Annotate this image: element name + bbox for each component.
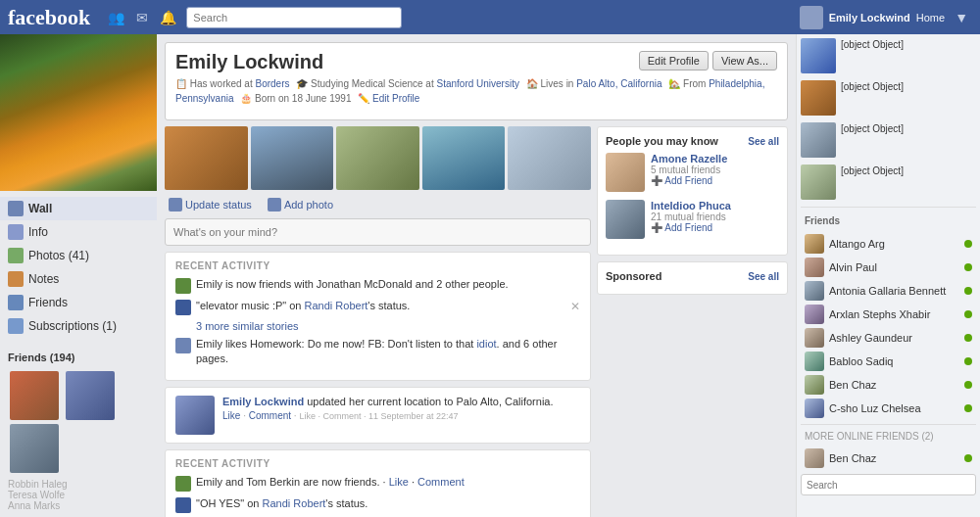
activity2-item-2: "OH YES" on Randi Robert's status. [175,496,580,513]
pymk-column: People you may know See all Amone Razell… [597,126,788,517]
activity-box-1: RECENT ACTIVITY Emily is now friends wit… [165,252,591,381]
pymk-person-2: Inteldioo Phuca 21 mutual friends ➕ Add … [606,200,779,239]
friends-section: Friends (194) Robbin Haleg Teresa Wolfe … [0,344,157,517]
online-section-title: Friends [801,213,976,228]
pymk-add-1[interactable]: ➕ Add Friend [651,175,779,186]
home-link[interactable]: Home [916,12,945,24]
pymk-avatar-2 [606,200,645,239]
school-link[interactable]: Stanford University [436,78,518,89]
activity-item-3: Emily likes Homework: Do me now! FB: Don… [175,337,580,367]
view-as-button[interactable]: View As... [712,51,777,70]
photo-4[interactable] [422,126,506,190]
nav-icon-messages[interactable]: ✉ [132,8,152,27]
location-link[interactable]: Palo Alto, California [576,78,662,89]
photo-2[interactable] [251,126,334,190]
user-name[interactable]: Emily Lockwind [829,12,910,24]
online-item-8[interactable]: C-sho Luz Chelsea [801,397,976,420]
pymk-add-2[interactable]: ➕ Add Friend [651,222,779,233]
profile-header: Emily Lockwind Edit Profile View As... 📋… [165,42,788,120]
more-stories-link[interactable]: 3 more similar stories [196,320,580,332]
right-search-input[interactable] [801,474,976,495]
online-item-6[interactable]: Babloo Sadiq [801,350,976,373]
online-item-4[interactable]: Arxlan Stephs Xhabir [801,303,976,326]
photo-5[interactable] [508,126,591,190]
activity-item-1: Emily is now friends with Jonathan McDon… [175,277,580,294]
sidebar-nav: Wall Info Photos (41) Notes Friends Subs… [0,191,157,344]
friends-act-icon [175,278,191,294]
online-item-3[interactable]: Antonia Gallaria Bennett [801,279,976,303]
nav-icon-friends[interactable]: 👥 [104,8,128,27]
pymk-person-1: Amone Razelle 5 mutual friends ➕ Add Fri… [606,153,779,192]
pymk-see-all[interactable]: See all [748,136,779,147]
online-dot-8 [964,404,972,412]
photo-strip [165,126,591,190]
friends-act-icon-2 [175,476,191,492]
profile-actions: Edit Profile View As... [639,51,777,70]
status-input[interactable] [165,218,591,246]
like-link[interactable]: Like [222,410,240,421]
pymk-info-2: Inteldioo Phuca 21 mutual friends ➕ Add … [651,200,779,233]
news-feed: [object Object] [object Object] [object … [801,38,976,200]
comment-act-icon-2 [175,497,191,513]
friend-thumb-2[interactable] [66,371,115,420]
sidebar-item-photos[interactable]: Photos (41) [0,244,157,267]
activity-box-2: RECENT ACTIVITY Emily and Tom Berkin are… [165,449,591,517]
activity-link[interactable]: Randi Robert [305,300,368,311]
facebook-logo[interactable]: facebook [8,5,90,30]
pymk-mutual-2: 21 mutual friends [651,212,779,222]
pymk-name-1[interactable]: Amone Razelle [651,153,779,164]
add-photo-button[interactable]: Add photo [264,196,337,213]
sidebar-item-wall[interactable]: Wall [0,197,157,220]
comment-link[interactable]: Comment [249,410,291,421]
online-avatar-8 [805,399,824,418]
pymk-avatar-1 [606,153,645,192]
info-icon [8,224,24,240]
sponsored-box: Sponsored See all [597,261,788,295]
update-status-button[interactable]: Update status [165,196,256,213]
sponsored-see-all[interactable]: See all [748,271,779,282]
nav-dropdown-icon[interactable]: ▼ [951,8,972,27]
close-button[interactable]: ✕ [570,299,580,315]
right-divider [801,207,976,208]
activity-title-2: RECENT ACTIVITY [175,458,580,469]
pymk-name-2[interactable]: Inteldioo Phuca [651,200,779,212]
friends-icon [8,295,24,310]
profile-meta: 📋 Has worked at Borders 🎓 Studying Medic… [175,76,777,106]
employer-link[interactable]: Borders [255,78,289,89]
online-avatar-3 [805,281,824,301]
online-item-1[interactable]: Altango Arg [801,232,976,256]
friend-thumb-1[interactable] [10,371,59,420]
news-item-2: [object Object] [801,80,976,116]
post-author[interactable]: Emily Lockwind [222,396,304,407]
online-friends-section: Friends Altango Arg Alvin Paul Antonia G… [801,212,976,497]
online-dot-6 [964,357,972,365]
search-input[interactable] [186,7,402,28]
photo-1[interactable] [165,126,248,190]
sidebar-item-subscriptions[interactable]: Subscriptions (1) [0,314,157,338]
photo-3[interactable] [336,126,419,190]
online-avatar-4 [805,305,824,324]
sidebar-item-friends[interactable]: Friends [0,291,157,314]
profile-name: Emily Lockwind [175,51,323,73]
edit-profile-button[interactable]: Edit Profile [639,51,709,70]
news-thumb-3 [801,122,836,158]
pencil-icon [169,198,182,212]
sidebar-item-info[interactable]: Info [0,220,157,244]
online-avatar-5 [805,328,824,348]
news-thumb-2 [801,80,836,116]
more-online-label: MORE ONLINE FRIENDS (2) [801,429,976,444]
online-item-2[interactable]: Alvin Paul [801,256,976,279]
online-avatar-more [805,448,824,468]
nav-icon-notifications[interactable]: 🔔 [156,8,180,27]
online-item-more[interactable]: Ben Chaz [801,446,976,470]
subs-icon [8,318,24,334]
post-avatar [175,396,215,435]
post-meta: Like · Comment · Like · Comment · 11 Sep… [222,410,580,421]
sidebar-item-notes[interactable]: Notes [0,267,157,291]
friend-thumb-3[interactable] [10,424,59,473]
friend-name-3: Anna Marks [8,500,149,511]
edit-profile-link[interactable]: Edit Profile [372,93,419,104]
pymk-box: People you may know See all Amone Razell… [597,126,788,256]
online-item-5[interactable]: Ashley Gaundeur [801,326,976,350]
online-item-7[interactable]: Ben Chaz [801,373,976,397]
